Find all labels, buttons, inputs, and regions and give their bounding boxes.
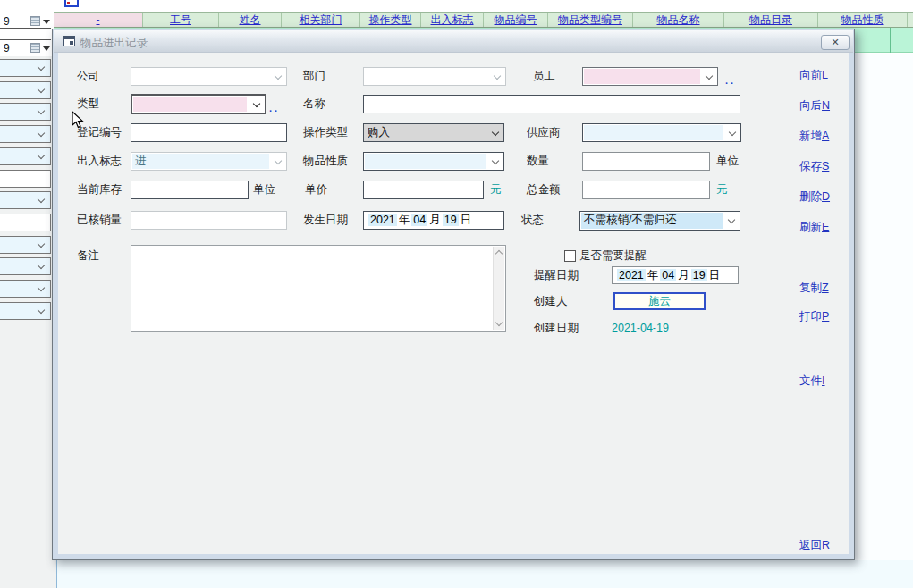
type-select[interactable] [131, 94, 266, 114]
total-amount-input[interactable] [582, 181, 710, 199]
cmd-hotkey: P [822, 310, 829, 323]
side-field-4[interactable] [0, 147, 51, 165]
dropdown-arrow-icon[interactable] [43, 20, 50, 24]
type-more-link[interactable]: .. [269, 102, 283, 114]
unit-price-input[interactable] [363, 181, 484, 199]
chevron-down-icon [38, 63, 45, 71]
side-field-2[interactable] [0, 103, 51, 121]
inout-flag-select[interactable]: 进 [131, 152, 287, 171]
table-header-8[interactable]: 物品名称 [633, 13, 724, 27]
remind-checkbox[interactable] [564, 250, 576, 262]
employee-select[interactable] [582, 67, 718, 86]
inout-flag-label: 出入标志 [77, 152, 122, 171]
table-header-2[interactable]: 姓名 [219, 13, 282, 27]
cmd-copy-button[interactable]: 复制Z [799, 281, 829, 296]
side-field-7[interactable] [0, 214, 51, 231]
scroll-up-icon[interactable] [495, 250, 503, 257]
scroll-down-icon[interactable] [495, 319, 503, 326]
dialog-titlebar[interactable]: 物品进出记录 ✕ [54, 30, 853, 53]
status-select[interactable]: 不需核销/不需归还 [579, 211, 740, 231]
side-field-8[interactable] [0, 236, 51, 254]
cmd-save-button[interactable]: 保存S [799, 159, 829, 174]
written-off-input[interactable] [131, 211, 287, 230]
side-spin-field[interactable]: 9 [0, 13, 51, 29]
calendar-picker-icon[interactable] [30, 43, 40, 53]
table-header-4[interactable]: 操作类型 [360, 13, 421, 27]
chevron-down-icon [38, 262, 45, 269]
quantity-label: 数量 [527, 152, 549, 171]
background-right-area [855, 54, 913, 588]
cmd-hotkey: R [822, 539, 830, 551]
cmd-text: 删除 [799, 190, 822, 203]
name-label: 名称 [303, 95, 325, 113]
cmd-text: 返回 [799, 539, 822, 551]
reg-no-input[interactable] [131, 123, 287, 142]
cmd-hotkey: L [822, 69, 828, 81]
cmd-add-button[interactable]: 新增A [799, 129, 829, 144]
cmd-delete-button[interactable]: 删除D [799, 189, 830, 205]
remark-textarea[interactable] [131, 245, 506, 332]
department-label: 部门 [303, 67, 325, 86]
department-select[interactable] [363, 67, 506, 86]
table-header-3[interactable]: 相关部门 [282, 13, 360, 27]
remind-date-picker[interactable]: 2021年04月19日 [612, 266, 739, 284]
printer-icon[interactable] [64, 0, 79, 9]
name-input[interactable] [363, 95, 740, 113]
cmd-text: 向后 [799, 99, 822, 112]
op-type-label: 操作类型 [303, 123, 348, 142]
total-amount-yuan-label: 元 [716, 181, 728, 199]
side-field-11[interactable] [0, 302, 51, 320]
table-header-10[interactable]: 物品性质 [818, 13, 908, 27]
table-header-0[interactable]: - [54, 13, 143, 27]
side-field-5[interactable] [0, 170, 51, 188]
company-select[interactable] [131, 67, 287, 86]
side-field-value: 9 [4, 15, 10, 28]
supplier-select[interactable] [582, 123, 741, 142]
cmd-back-button[interactable]: 返回R [799, 538, 830, 553]
cmd-forward-button[interactable]: 向前L [799, 68, 828, 83]
side-field-3[interactable] [0, 125, 51, 143]
remind-date-label: 提醒日期 [534, 266, 579, 285]
side-field-6[interactable] [0, 191, 51, 209]
side-field-9[interactable] [0, 257, 51, 275]
close-button[interactable]: ✕ [821, 35, 850, 50]
window-icon [63, 36, 75, 46]
cmd-hotkey: E [822, 221, 829, 233]
dropdown-arrow-icon[interactable] [43, 46, 50, 51]
employee-more-link[interactable]: .. [725, 74, 740, 87]
chevron-down-icon [275, 72, 282, 80]
chevron-down-icon [492, 157, 499, 164]
item-inout-record-dialog: 物品进出记录 ✕ 公司 部门 员工 .. 类型 .. 名称 登记编号 操作类型 … [52, 29, 855, 560]
current-stock-input[interactable] [131, 181, 249, 199]
side-field-1[interactable] [0, 81, 51, 99]
scrollbar[interactable] [493, 247, 504, 330]
quantity-unit-label: 单位 [716, 152, 739, 171]
window-edge-line [56, 560, 57, 588]
cmd-print-button[interactable]: 打印P [799, 309, 829, 324]
cell-divider [890, 28, 891, 53]
item-nature-select[interactable] [363, 152, 504, 171]
op-type-select[interactable]: 购入 [363, 123, 504, 142]
chevron-down-icon [38, 86, 45, 93]
cmd-backward-button[interactable]: 向后N [799, 98, 830, 113]
remark-label: 备注 [77, 247, 99, 265]
creator-label: 创建人 [534, 292, 568, 311]
side-field-0[interactable] [0, 59, 51, 77]
table-header-7[interactable]: 物品类型编号 [548, 13, 633, 27]
quantity-input[interactable] [582, 152, 710, 171]
occur-date-picker[interactable]: 2021年04月19日 [363, 211, 504, 230]
occur-date-label: 发生日期 [303, 211, 348, 230]
cmd-refresh-button[interactable]: 刷新E [799, 220, 829, 235]
table-header-6[interactable]: 物品编号 [484, 13, 548, 27]
table-header-9[interactable]: 物品目录 [724, 13, 818, 27]
side-field-10[interactable] [0, 280, 51, 298]
table-header-11[interactable]: 物品单位 [908, 13, 913, 27]
chevron-down-icon [38, 107, 45, 114]
creator-button[interactable]: 施云 [613, 292, 706, 310]
table-header-1[interactable]: 工号 [143, 13, 219, 27]
calendar-picker-icon[interactable] [30, 16, 40, 26]
stock-unit-label: 单位 [253, 181, 275, 199]
side-spin-field[interactable]: 9 [0, 39, 51, 55]
cmd-file-button[interactable]: 文件I [799, 374, 824, 389]
table-header-5[interactable]: 出入标志 [421, 13, 484, 27]
